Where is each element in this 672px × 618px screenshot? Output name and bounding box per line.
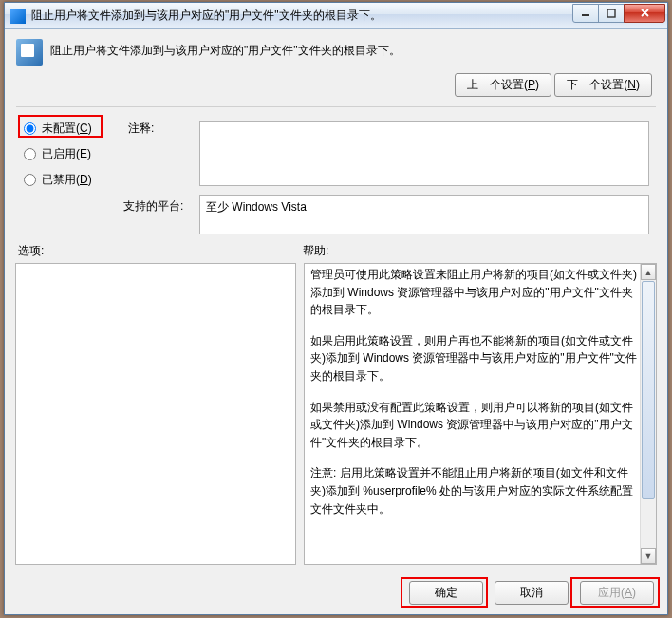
policy-icon <box>16 39 43 66</box>
previous-setting-button[interactable]: 上一个设置(P) <box>455 73 551 97</box>
nav-row: 上一个设置(P) 下一个设置(N) <box>5 69 667 97</box>
content-area: 阻止用户将文件添加到与该用户对应的"用户文件"文件夹的根目录下。 上一个设置(P… <box>5 29 667 614</box>
footer: 确定 取消 应用(A) <box>5 571 667 614</box>
platform-box: 至少 Windows Vista <box>199 195 649 234</box>
header-row: 阻止用户将文件添加到与该用户对应的"用户文件"文件夹的根目录下。 <box>5 29 667 69</box>
help-para: 如果禁用或没有配置此策略设置，则用户可以将新的项目(如文件或文件夹)添加到 Wi… <box>310 399 639 452</box>
comment-label: 注释: <box>128 121 154 137</box>
window-buttons <box>573 4 665 23</box>
help-para: 如果启用此策略设置，则用户再也不能将新的项目(如文件或文件夹)添加到 Windo… <box>310 332 639 385</box>
divider <box>16 106 656 107</box>
policy-dialog: 阻止用户将文件添加到与该用户对应的"用户文件"文件夹的根目录下。 阻止用户将文件… <box>4 2 668 615</box>
help-para: 管理员可使用此策略设置来阻止用户将新的项目(如文件或文件夹)添加到 Window… <box>310 266 639 319</box>
scroll-down-arrow-icon[interactable]: ▼ <box>641 548 656 564</box>
radio-enabled-input[interactable] <box>24 148 36 160</box>
svg-rect-1 <box>607 9 615 17</box>
help-text: 管理员可使用此策略设置来阻止用户将新的项目(如文件或文件夹)添加到 Window… <box>310 266 639 562</box>
state-radios: 未配置(C) 已启用(E) 已禁用(D) <box>24 121 92 197</box>
radio-not-configured-input[interactable] <box>24 122 36 135</box>
help-pane: 管理员可使用此策略设置来阻止用户将新的项目(如文件或文件夹)添加到 Window… <box>304 263 657 565</box>
config-area: 未配置(C) 已启用(E) 已禁用(D) 注释: 支持的平台: 至少 Windo… <box>5 113 667 246</box>
maximize-icon <box>607 9 616 18</box>
cancel-button[interactable]: 取消 <box>495 581 569 605</box>
next-setting-button[interactable]: 下一个设置(N) <box>554 73 652 97</box>
options-pane <box>15 263 296 565</box>
svg-rect-0 <box>582 14 589 16</box>
ok-button[interactable]: 确定 <box>409 581 483 605</box>
close-button[interactable] <box>624 4 665 23</box>
help-label: 帮助: <box>303 243 328 259</box>
pane-labels: 选项: 帮助: <box>18 243 654 259</box>
titlebar[interactable]: 阻止用户将文件添加到与该用户对应的"用户文件"文件夹的根目录下。 <box>5 3 667 29</box>
scroll-up-arrow-icon[interactable]: ▲ <box>641 264 656 280</box>
scroll-thumb[interactable] <box>642 281 655 499</box>
comment-textarea[interactable] <box>199 121 649 186</box>
minimize-button[interactable] <box>572 4 599 23</box>
panes: 管理员可使用此策略设置来阻止用户将新的项目(如文件或文件夹)添加到 Window… <box>15 263 657 565</box>
policy-description: 阻止用户将文件添加到与该用户对应的"用户文件"文件夹的根目录下。 <box>50 39 401 59</box>
options-label: 选项: <box>18 243 303 259</box>
close-icon <box>640 8 650 18</box>
radio-not-configured[interactable]: 未配置(C) <box>24 121 92 137</box>
help-scrollbar[interactable]: ▲ ▼ <box>640 264 656 564</box>
radio-disabled-input[interactable] <box>24 174 36 186</box>
maximize-button[interactable] <box>598 4 625 23</box>
help-para: 注意: 启用此策略设置并不能阻止用户将新的项目(如文件和文件夹)添加到 %use… <box>310 464 639 517</box>
platform-label: 支持的平台: <box>123 198 183 215</box>
minimize-icon <box>581 9 590 18</box>
apply-button[interactable]: 应用(A) <box>580 581 654 605</box>
radio-disabled[interactable]: 已禁用(D) <box>24 172 92 188</box>
radio-enabled[interactable]: 已启用(E) <box>24 146 92 162</box>
app-icon <box>10 9 26 24</box>
window-title: 阻止用户将文件添加到与该用户对应的"用户文件"文件夹的根目录下。 <box>31 8 573 24</box>
platform-text: 至少 Windows Vista <box>206 200 307 214</box>
